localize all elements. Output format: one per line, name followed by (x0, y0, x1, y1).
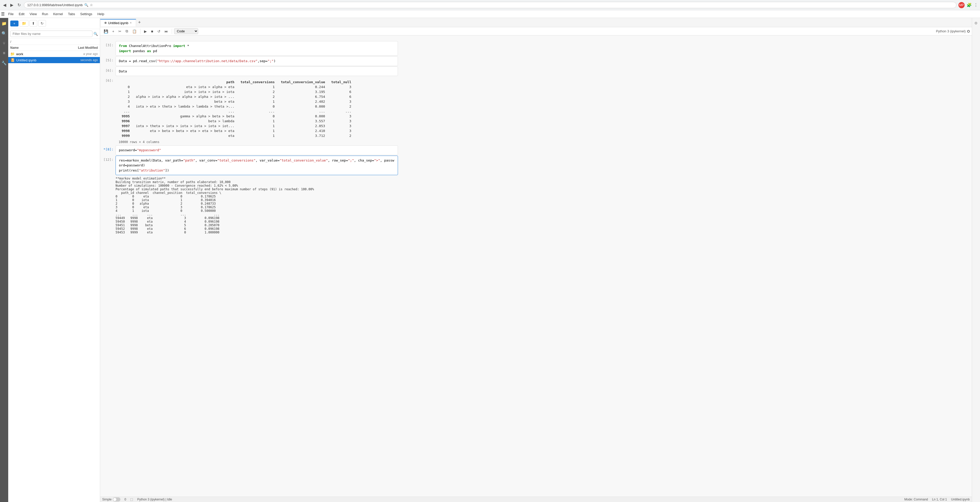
jupyter-menu-icon[interactable]: ☰ (1, 11, 5, 16)
menu-kernel[interactable]: Kernel (51, 11, 65, 17)
cell-content: password="mypassword" (116, 145, 398, 155)
col-header (119, 80, 133, 84)
new-button[interactable]: + (10, 21, 19, 26)
cell-number: [5]: (100, 56, 116, 62)
cell-input[interactable]: from ChannelAttributionPro import * impo… (116, 41, 398, 56)
file-modified: a year ago (67, 52, 98, 56)
kernel-name: Python 3 (ipykernel) (936, 29, 966, 33)
table-row: 2 alpha > iota > alpha > alpha > alpha >… (119, 94, 354, 99)
extension-icon[interactable]: 🧩 (967, 3, 972, 8)
git-sidebar-icon[interactable]: ⑂ (2, 40, 6, 47)
menu-edit[interactable]: Edit (16, 11, 27, 17)
mode-toggle[interactable] (113, 497, 121, 502)
list-item[interactable]: 📔 Untitled.ipynb seconds ago (8, 57, 100, 63)
cell-container: [6]: path total_conversions total_conver… (100, 76, 972, 145)
browser-bar: ◀ ▶ ↻ 127.0.0.1:8989/lab/tree/Untitled.i… (0, 0, 980, 10)
paste-button[interactable]: 📋 (131, 29, 138, 34)
table-row: 0 eta > iota > alpha > eta 1 0.244 3 (119, 84, 354, 89)
cell-number: [6]: (100, 67, 116, 72)
refresh-button[interactable]: ↻ (38, 20, 46, 27)
search-sidebar-icon[interactable]: 🔍 (0, 30, 8, 37)
file-modified: seconds ago (67, 58, 98, 62)
copy-button[interactable]: ⧉ (124, 28, 130, 34)
cell-input[interactable]: Data (116, 67, 398, 76)
table-row: ... ... ... ... ... (119, 109, 354, 114)
menu-file[interactable]: File (6, 11, 16, 17)
menu-help[interactable]: Help (95, 11, 107, 17)
file-name: Untitled.ipynb (16, 58, 67, 62)
table-row: 9997 iota > theta > iota > iota > iota >… (119, 124, 354, 128)
run-button[interactable]: ▶ (143, 29, 148, 34)
table-row: 3 beta > eta 1 2.402 3 (119, 99, 354, 104)
toggle-dot (113, 498, 116, 501)
main-layout: 📁 🔍 ⑂ ≡ 🔧 + 📁 ⬆ ↻ 🔍 / Name Last Modified (0, 18, 980, 502)
cell-content: Data = pd.read_csv("https://app.channela… (116, 56, 398, 66)
file-panel: + 📁 ⬆ ↻ 🔍 / Name Last Modified 📁 work a … (8, 18, 100, 502)
table-row: 1 iota > iota > iota > iota 2 3.195 6 (119, 89, 354, 94)
cell-container: [12]: res=markov_model(Data, var_path="p… (100, 156, 972, 175)
tab-title: Untitled.ipynb (108, 21, 128, 25)
row-conv: 1 (237, 84, 278, 89)
search-icon: 🔍 (84, 3, 88, 7)
col-header: path (133, 80, 237, 84)
menu-view[interactable]: View (27, 11, 39, 17)
save-button[interactable]: 💾 (102, 29, 110, 34)
cut-button[interactable]: ✂ (117, 29, 123, 34)
cell-input[interactable]: Data = pd.read_csv("https://app.channela… (116, 56, 398, 66)
cell-container: **markov model estimation** Building tra… (100, 175, 972, 235)
cell-container: *[8]: password="mypassword" (100, 145, 972, 155)
table-row: 9999 eta 1 3.712 2 (119, 133, 354, 138)
settings-right-icon[interactable]: ⚙ (973, 20, 979, 26)
tab-bar: Untitled.ipynb × + (100, 18, 972, 27)
back-button[interactable]: ◀ (2, 2, 7, 8)
folder-sidebar-icon[interactable]: 📁 (0, 20, 8, 27)
folder-icon: 📁 (10, 52, 14, 56)
cell-number (100, 175, 116, 178)
cell-count-icon: ⬚ (130, 498, 133, 501)
add-cell-button[interactable]: + (111, 29, 116, 34)
cell-type-select[interactable]: Code Markdown Raw (174, 28, 198, 34)
row-null: 3 (328, 84, 354, 89)
url-bar[interactable]: 127.0.0.1:8989/lab/tree/Untitled.ipynb 🔍… (24, 2, 956, 8)
new-folder-button[interactable]: 📁 (19, 20, 29, 27)
cell-number: [12]: (100, 156, 116, 161)
table-row: 9996 beta > lambda 1 3.557 3 (119, 119, 354, 124)
forward-button[interactable]: ▶ (9, 2, 14, 8)
cell-input[interactable]: res=markov_model(Data, var_path="path", … (116, 156, 398, 175)
simple-mode-toggle[interactable]: Simple (102, 497, 121, 502)
menu-icon[interactable]: ⋮ (974, 3, 978, 8)
cell-output-table: path total_conversions total_conversion_… (116, 76, 398, 145)
search-box: 🔍 (8, 29, 100, 39)
upload-button[interactable]: ⬆ (30, 20, 37, 27)
stop-button[interactable]: ■ (150, 29, 154, 34)
toolbar-separator (140, 29, 140, 34)
col-header: total_null (328, 80, 354, 84)
tab-add-button[interactable]: + (136, 19, 143, 26)
reload-button[interactable]: ↻ (16, 2, 22, 8)
menu-tabs[interactable]: Tabs (65, 11, 78, 17)
menu-run[interactable]: Run (39, 11, 51, 17)
col-header-name: Name (10, 46, 67, 49)
search-input[interactable] (10, 30, 92, 37)
cell-container: [6]: Data (100, 67, 972, 76)
table-sidebar-icon[interactable]: ≡ (2, 50, 6, 56)
fast-forward-button[interactable]: ⏭ (163, 29, 170, 34)
star-icon: ☆ (90, 3, 93, 7)
cell-input[interactable]: password="mypassword" (116, 145, 398, 155)
toolbar-separator-2 (172, 29, 172, 34)
breadcrumb-root[interactable]: / (10, 40, 11, 44)
cursor-position: Ln 1, Col 1 (932, 498, 947, 501)
extension-sidebar-icon[interactable]: 🔧 (0, 60, 8, 67)
sidebar-icons: 📁 🔍 ⑂ ≡ 🔧 (0, 18, 8, 502)
col-header: total_conversions (237, 80, 278, 84)
output-table: path total_conversions total_conversion_… (119, 80, 354, 138)
tab-untitled[interactable]: Untitled.ipynb × (100, 19, 136, 26)
menu-settings[interactable]: Settings (78, 11, 95, 17)
notebook-content[interactable]: [3]: from ChannelAttributionPro import *… (100, 35, 972, 497)
profile-icon[interactable]: MP (958, 2, 965, 8)
notebook-area: Untitled.ipynb × + 💾 + ✂ ⧉ 📋 ▶ ■ ↺ ⏭ Cod… (100, 18, 972, 502)
restart-button[interactable]: ↺ (156, 29, 162, 34)
list-item[interactable]: 📁 work a year ago (8, 51, 100, 57)
tab-close[interactable]: × (130, 21, 132, 25)
kernel-dot (967, 30, 970, 33)
